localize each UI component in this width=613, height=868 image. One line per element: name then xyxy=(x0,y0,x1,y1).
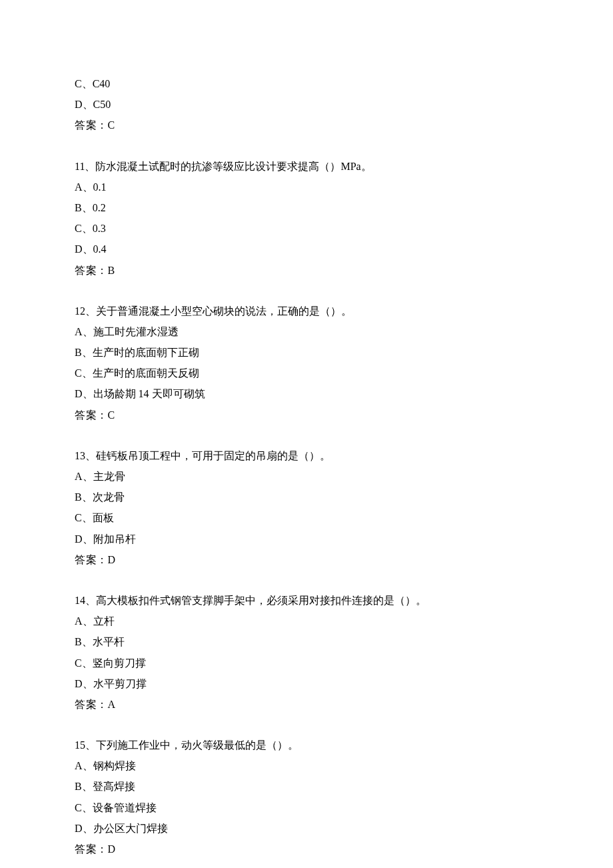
question-11: 11、防水混凝土试配时的抗渗等级应比设计要求提高（）MPa。 A、0.1 B、0… xyxy=(75,156,538,281)
option-text: D、出场龄期 14 天即可砌筑 xyxy=(75,383,538,404)
option-text: C、面板 xyxy=(75,507,538,528)
option-text: C、C40 xyxy=(75,73,538,94)
option-text: A、立杆 xyxy=(75,611,538,631)
option-text: B、生产时的底面朝下正砌 xyxy=(75,342,538,363)
option-text: A、钢构焊接 xyxy=(75,755,538,776)
question-stem: 15、下列施工作业中，动火等级最低的是（）。 xyxy=(75,735,538,755)
option-text: C、设备管道焊接 xyxy=(75,797,538,818)
option-text: D、水平剪刀撑 xyxy=(75,673,538,694)
option-text: A、施工时先灌水湿透 xyxy=(75,321,538,342)
answer-text: 答案：B xyxy=(75,260,538,281)
question-14: 14、高大模板扣件式钢管支撑脚手架中，必须采用对接扣件连接的是（）。 A、立杆 … xyxy=(75,590,538,715)
option-text: C、竖向剪刀撑 xyxy=(75,653,538,673)
answer-text: 答案：C xyxy=(75,405,538,425)
option-text: A、0.1 xyxy=(75,177,538,197)
option-text: C、0.3 xyxy=(75,218,538,239)
option-text: B、次龙骨 xyxy=(75,487,538,507)
option-text: D、C50 xyxy=(75,94,538,115)
option-text: B、0.2 xyxy=(75,197,538,218)
answer-text: 答案：D xyxy=(75,549,538,570)
option-text: A、主龙骨 xyxy=(75,466,538,487)
question-13: 13、硅钙板吊顶工程中，可用于固定的吊扇的是（）。 A、主龙骨 B、次龙骨 C、… xyxy=(75,445,538,570)
answer-text: 答案：D xyxy=(75,839,538,859)
option-text: C、生产时的底面朝天反砌 xyxy=(75,363,538,383)
option-text: D、附加吊杆 xyxy=(75,529,538,549)
option-text: D、0.4 xyxy=(75,239,538,259)
question-stem: 12、关于普通混凝土小型空心砌块的说法，正确的是（）。 xyxy=(75,301,538,321)
answer-text: 答案：C xyxy=(75,115,538,135)
option-text: B、水平杆 xyxy=(75,631,538,652)
question-stem: 11、防水混凝土试配时的抗渗等级应比设计要求提高（）MPa。 xyxy=(75,156,538,177)
question-12: 12、关于普通混凝土小型空心砌块的说法，正确的是（）。 A、施工时先灌水湿透 B… xyxy=(75,301,538,425)
question-stem: 14、高大模板扣件式钢管支撑脚手架中，必须采用对接扣件连接的是（）。 xyxy=(75,590,538,611)
answer-text: 答案：A xyxy=(75,694,538,715)
option-text: D、办公区大门焊接 xyxy=(75,818,538,839)
question-stem: 13、硅钙板吊顶工程中，可用于固定的吊扇的是（）。 xyxy=(75,445,538,466)
question-10-tail: C、C40 D、C50 答案：C xyxy=(75,73,538,136)
question-15: 15、下列施工作业中，动火等级最低的是（）。 A、钢构焊接 B、登高焊接 C、设… xyxy=(75,735,538,859)
option-text: B、登高焊接 xyxy=(75,776,538,797)
page-content: C、C40 D、C50 答案：C 11、防水混凝土试配时的抗渗等级应比设计要求提… xyxy=(0,0,613,868)
